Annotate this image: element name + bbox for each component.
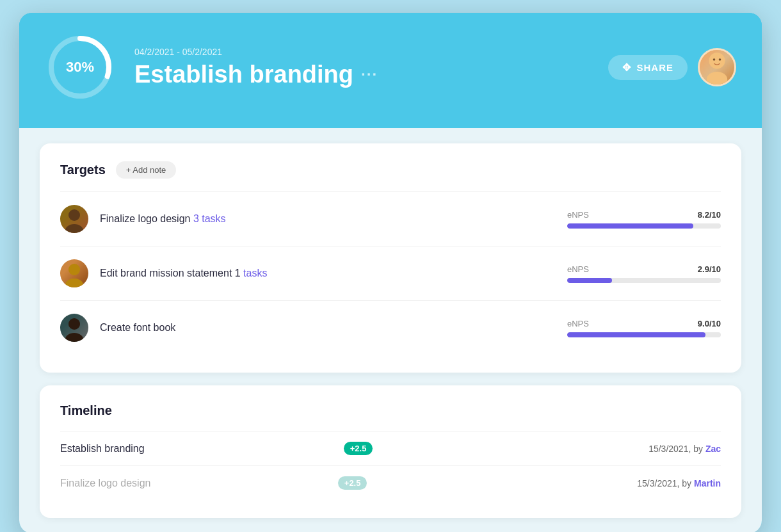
svg-point-3 [707, 72, 727, 85]
progress-percent-label: 30% [66, 59, 94, 76]
targets-card-header: Targets + Add note [60, 161, 721, 179]
targets-card: Targets + Add note Finalize logo design … [40, 143, 741, 373]
target-text-3: Create font book [100, 322, 567, 334]
timeline-card-header: Timeline [60, 403, 721, 418]
timeline-meta-1: 15/3/2021, by Zac [648, 444, 721, 454]
svg-point-7 [65, 224, 83, 233]
svg-point-10 [68, 318, 80, 330]
metric-value-2: 2.9/10 [698, 264, 721, 274]
svg-point-4 [713, 58, 716, 61]
target-label-3: Create font book [100, 322, 175, 333]
svg-point-8 [68, 264, 80, 275]
metric-value-1: 8.2/10 [698, 210, 721, 220]
timeline-date-1: 15/3/2021, by [648, 444, 705, 454]
header-actions: ✥ SHARE [608, 48, 736, 86]
timeline-item-1: Establish branding +2.5 15/3/2021, by Za… [60, 431, 721, 465]
metric-label-3: eNPS [567, 319, 589, 328]
svg-point-6 [68, 209, 80, 221]
target-label-1: Finalize logo design [100, 213, 193, 224]
timeline-title: Timeline [60, 403, 112, 418]
progress-bar-fill-1 [567, 223, 693, 229]
metric-header-1: eNPS 8.2/10 [567, 210, 721, 220]
svg-point-11 [65, 333, 83, 342]
target-metric-1: eNPS 8.2/10 [567, 210, 721, 229]
target-item: Finalize logo design 3 tasks eNPS 8.2/10 [60, 191, 721, 246]
share-icon: ✥ [622, 61, 631, 74]
metric-label-1: eNPS [567, 210, 589, 220]
user-avatar [698, 48, 736, 86]
progress-bar-container-1 [567, 223, 721, 229]
metric-header-3: eNPS 9.0/10 [567, 319, 721, 328]
target-item-3: Create font book eNPS 9.0/10 [60, 300, 721, 355]
target-link-2[interactable]: tasks [243, 268, 267, 278]
progress-bar-container-2 [567, 278, 721, 283]
share-button[interactable]: ✥ SHARE [608, 55, 688, 80]
timeline-badge-1: +2.5 [344, 442, 373, 455]
timeline-user-1[interactable]: Zac [705, 444, 721, 454]
header-dots: ··· [361, 65, 378, 83]
timeline-card: Timeline Establish branding +2.5 15/3/20… [40, 385, 741, 518]
progress-bar-fill-2 [567, 278, 612, 283]
app-container: 30% 04/2/2021 - 05/2/2021 Establish bran… [19, 13, 762, 532]
target-text-1: Finalize logo design 3 tasks [100, 213, 567, 225]
svg-point-9 [65, 278, 83, 287]
header: 30% 04/2/2021 - 05/2/2021 Establish bran… [19, 13, 762, 128]
target-text-2: Edit brand mission statement 1 tasks [100, 268, 567, 279]
svg-point-2 [709, 52, 725, 69]
title-text: Establish branding [134, 61, 353, 88]
timeline-label-1: Establish branding [60, 443, 336, 455]
svg-point-5 [719, 58, 721, 61]
header-date: 04/2/2021 - 05/2/2021 [134, 47, 589, 57]
timeline-item-2: Finalize logo design +2.5 15/3/2021, by … [60, 465, 721, 500]
timeline-user-2[interactable]: Martin [694, 478, 721, 488]
target-metric-2: eNPS 2.9/10 [567, 264, 721, 283]
header-title: Establish branding ··· [134, 61, 589, 88]
target-avatar-1 [60, 205, 88, 233]
metric-label-2: eNPS [567, 264, 589, 274]
add-note-button[interactable]: + Add note [116, 161, 177, 179]
timeline-label-2: Finalize logo design [60, 478, 330, 489]
target-label-2: Edit brand mission statement 1 [100, 268, 243, 278]
timeline-meta-2: 15/3/2021, by Martin [637, 478, 721, 488]
target-avatar-2 [60, 259, 88, 287]
share-label: SHARE [636, 62, 673, 73]
progress-bar-fill-3 [567, 332, 705, 337]
target-link-1[interactable]: 3 tasks [193, 213, 226, 224]
target-item-2: Edit brand mission statement 1 tasks eNP… [60, 246, 721, 300]
target-avatar-3 [60, 314, 88, 342]
targets-title: Targets [60, 163, 106, 177]
target-metric-3: eNPS 9.0/10 [567, 319, 721, 337]
avatar-image [700, 50, 734, 85]
progress-bar-container-3 [567, 332, 721, 337]
metric-value-3: 9.0/10 [698, 319, 721, 328]
timeline-badge-2: +2.5 [338, 476, 367, 490]
metric-header-2: eNPS 2.9/10 [567, 264, 721, 274]
progress-ring: 30% [45, 32, 115, 102]
main-content: Targets + Add note Finalize logo design … [19, 128, 762, 532]
header-info: 04/2/2021 - 05/2/2021 Establish branding… [134, 47, 589, 88]
timeline-date-2: 15/3/2021, by [637, 478, 694, 488]
